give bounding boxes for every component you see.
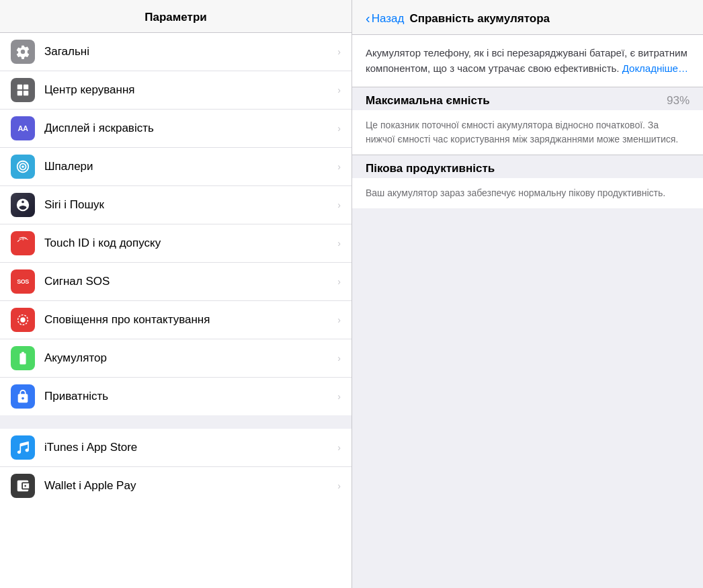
- detail-header: ‹ Назад Справність акумулятора: [352, 0, 703, 35]
- sidebar-item-display[interactable]: AA Дисплей і яскравість ›: [0, 110, 352, 148]
- peak-header: Пікова продуктивність: [352, 155, 703, 178]
- siri-icon: [11, 193, 35, 217]
- control-label: Центр керування: [44, 83, 333, 97]
- display-chevron: ›: [337, 123, 341, 134]
- settings-group-2: iTunes i App Store › Wallet i Apple Pay …: [0, 429, 352, 505]
- general-icon: [11, 40, 35, 64]
- sos-icon-text: SOS: [17, 278, 29, 285]
- svg-point-4: [20, 317, 25, 322]
- back-button[interactable]: ‹ Назад: [366, 11, 404, 26]
- sos-icon: SOS: [11, 269, 35, 294]
- control-icon: [11, 78, 35, 102]
- itunes-chevron: ›: [337, 442, 341, 453]
- general-chevron: ›: [337, 46, 341, 57]
- peak-label: Пікова продуктивність: [366, 162, 690, 175]
- battery-label: Акумулятор: [44, 351, 333, 365]
- peak-desc-text: Ваш акумулятор зараз забезпечує нормальн…: [366, 186, 690, 200]
- itunes-label: iTunes i App Store: [44, 441, 333, 454]
- svg-rect-2: [17, 91, 22, 95]
- intro-text: Акумулятор телефону, як і всі перезарядж…: [366, 46, 690, 76]
- itunes-icon: [11, 435, 35, 460]
- sidebar-title: Параметри: [0, 11, 352, 24]
- sidebar-item-privacy[interactable]: Приватність ›: [0, 378, 352, 415]
- wallet-label: Wallet i Apple Pay: [44, 479, 333, 493]
- wallet-icon: [11, 474, 35, 498]
- battery-chevron: ›: [337, 353, 341, 364]
- touchid-chevron: ›: [337, 238, 341, 249]
- display-label: Дисплей і яскравість: [44, 122, 333, 135]
- sidebar-item-general[interactable]: Загальні ›: [0, 33, 352, 71]
- privacy-chevron: ›: [337, 391, 341, 402]
- max-capacity-value: 93%: [667, 94, 690, 108]
- privacy-label: Приватність: [44, 390, 333, 403]
- intro-block: Акумулятор телефону, як і всі перезарядж…: [352, 35, 703, 87]
- detail-content: Акумулятор телефону, як і всі перезарядж…: [352, 35, 703, 588]
- touchid-label: Touch ID і код допуску: [44, 237, 333, 250]
- settings-group-1: Загальні › Центр керування › AA Дисплей …: [0, 33, 352, 415]
- sos-chevron: ›: [337, 276, 341, 287]
- max-capacity-desc: Це показник поточної ємності акумулятора…: [352, 110, 703, 155]
- control-chevron: ›: [337, 85, 341, 95]
- svg-rect-3: [24, 91, 28, 95]
- wallpaper-label: Шпалери: [44, 160, 333, 173]
- sidebar-item-touchid[interactable]: Touch ID і код допуску ›: [0, 224, 352, 263]
- display-icon-text: AA: [18, 124, 28, 132]
- sidebar-header: Параметри: [0, 0, 352, 33]
- sidebar-item-exposure[interactable]: Сповіщення про контактування ›: [0, 301, 352, 339]
- wallpaper-icon: [11, 155, 35, 179]
- max-capacity-header: Максимальна ємність 93%: [352, 87, 703, 110]
- sidebar-item-itunes[interactable]: iTunes i App Store ›: [0, 429, 352, 467]
- sidebar-item-control[interactable]: Центр керування ›: [0, 71, 352, 110]
- max-capacity-desc-text: Це показник поточної ємності акумулятора…: [366, 118, 690, 146]
- siri-chevron: ›: [337, 200, 341, 210]
- peak-desc: Ваш акумулятор зараз забезпечує нормальн…: [352, 178, 703, 208]
- display-icon: AA: [11, 116, 35, 140]
- back-label: Назад: [372, 12, 405, 26]
- back-chevron-icon: ‹: [366, 11, 370, 26]
- detail-panel: ‹ Назад Справність акумулятора Акумулято…: [352, 0, 703, 588]
- wallpaper-chevron: ›: [337, 161, 341, 172]
- settings-list: Загальні › Центр керування › AA Дисплей …: [0, 33, 352, 588]
- sidebar-item-wallet[interactable]: Wallet i Apple Pay ›: [0, 467, 352, 505]
- exposure-chevron: ›: [337, 314, 341, 325]
- max-capacity-label: Максимальна ємність: [366, 94, 490, 108]
- svg-rect-0: [17, 85, 22, 89]
- svg-rect-1: [24, 85, 28, 89]
- detail-title: Справність акумулятора: [409, 12, 550, 26]
- touchid-icon: [11, 231, 35, 255]
- battery-icon: [11, 346, 35, 370]
- exposure-icon: [11, 308, 35, 332]
- general-label: Загальні: [44, 45, 333, 58]
- siri-label: Siri і Пошук: [44, 198, 333, 212]
- sidebar-item-sos[interactable]: SOS Сигнал SOS ›: [0, 263, 352, 301]
- sidebar-item-siri[interactable]: Siri і Пошук ›: [0, 186, 352, 224]
- wallet-chevron: ›: [337, 480, 341, 491]
- privacy-icon: [11, 384, 35, 409]
- exposure-label: Сповіщення про контактування: [44, 313, 333, 327]
- sos-label: Сигнал SOS: [44, 275, 333, 288]
- sidebar-item-wallpaper[interactable]: Шпалери ›: [0, 148, 352, 186]
- sidebar-item-battery[interactable]: Акумулятор ›: [0, 339, 352, 378]
- learn-more-link[interactable]: Докладніше…: [622, 62, 688, 74]
- group-separator: [0, 415, 352, 429]
- settings-sidebar: Параметри Загальні › Центр керування ›: [0, 0, 352, 588]
